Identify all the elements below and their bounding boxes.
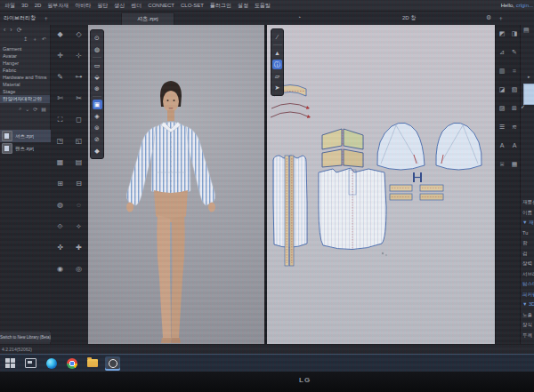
switch-new-library-button[interactable]: Switch to New Library (Beta) (0, 332, 51, 342)
file-explorer-button[interactable] (85, 356, 100, 371)
menu-settings[interactable]: 설정 (238, 2, 248, 10)
tool-icon[interactable]: ◩ (498, 28, 507, 38)
tool-icon[interactable]: ▨ (498, 103, 507, 113)
menu-production[interactable]: 생산 (114, 2, 125, 10)
property-row[interactable]: 퍼커링 (522, 292, 534, 302)
pattern-yoke-group[interactable] (322, 129, 363, 167)
tool-icon[interactable]: ⌗ (510, 66, 520, 76)
tool-icon[interactable]: ▥ (498, 66, 507, 76)
file-item-pants[interactable]: 팬츠.zprj (0, 142, 51, 155)
shirt-sleeve-right[interactable] (186, 126, 215, 205)
tool-icon[interactable]: ✎ (510, 47, 520, 57)
tool-icon[interactable]: ⊹ (73, 50, 85, 61)
tool-icon[interactable]: ◱ (73, 135, 85, 147)
account-greeting[interactable]: Hello, crlgin... (501, 3, 533, 8)
tool-icon[interactable]: ✚ (73, 242, 85, 253)
tool-icon[interactable]: ◉ (54, 263, 66, 275)
tool-icon[interactable]: ≋ (510, 122, 520, 132)
tool-icon[interactable]: ✂ (73, 92, 85, 104)
menu-clo-set[interactable]: CLO-SET (181, 3, 204, 8)
mesh-view-icon[interactable]: ⊜ (93, 123, 102, 132)
tool-icon[interactable]: ▤ (73, 156, 85, 168)
menu-avatar[interactable]: 아바타 (75, 2, 91, 10)
edge-app-button[interactable] (44, 356, 59, 371)
tool-icon[interactable]: ⊞ (54, 178, 66, 189)
tool-icon[interactable]: ◨ (510, 28, 520, 38)
render-style-icon[interactable]: ▣ (93, 100, 102, 109)
pen-tool-icon[interactable]: ∕ (272, 32, 282, 42)
tool-icon[interactable]: ◇ (73, 28, 85, 40)
library-folder-stage[interactable]: Stage (0, 88, 50, 95)
show-fabric-icon[interactable]: ▱ (272, 71, 282, 81)
library-folder-hanger[interactable]: Hanger (0, 60, 50, 67)
add-folder-icon[interactable]: ＋ (32, 36, 37, 44)
library-folder-material[interactable]: Material (0, 81, 50, 88)
show-pins-icon[interactable]: ⊛ (93, 84, 102, 93)
tool-icon[interactable]: ◆ (54, 28, 66, 40)
texture-view-icon[interactable]: ◈ (93, 111, 102, 121)
task-view-button[interactable] (23, 356, 38, 371)
gear-icon[interactable]: ⚙ (486, 14, 491, 21)
library-folder-fabric[interactable]: Fabric (0, 67, 50, 74)
pattern-sleeve-right[interactable] (436, 123, 481, 170)
tool-icon[interactable]: ⛶ (54, 114, 66, 125)
pattern-cuffs[interactable] (390, 185, 443, 200)
show-pattern-icon[interactable]: ▲ (272, 48, 282, 58)
tool-icon[interactable]: ✜ (54, 242, 66, 253)
tool-icon[interactable]: ▧ (510, 84, 520, 94)
tab-options-icon[interactable]: ◔ (297, 14, 301, 20)
file-item-shirt[interactable]: 셔츠.zprj (0, 130, 51, 142)
tool-icon[interactable]: ⟐ (54, 220, 66, 232)
menu-3d[interactable]: 3D (21, 3, 28, 8)
shirt-sleeve-left[interactable] (126, 126, 156, 205)
menu-2d[interactable]: 2D (35, 3, 42, 8)
tool-icon[interactable]: ▦ (510, 159, 520, 169)
menu-plugin[interactable]: 플러그인 (210, 2, 231, 10)
window-2d-label[interactable]: 2D 창 (402, 14, 416, 22)
start-button[interactable] (3, 356, 18, 371)
menu-trims[interactable]: 원부자재 (47, 2, 69, 10)
property-section[interactable]: ▼ 재봉선 (522, 220, 534, 230)
tool-icon[interactable]: ✛ (54, 50, 66, 61)
tool-icon[interactable]: ⊶ (73, 71, 85, 83)
library-folder-avatar[interactable]: Avatar (0, 52, 50, 60)
account-username[interactable]: crlgin... (516, 3, 533, 8)
tool-icon[interactable]: ⊞ (510, 103, 520, 113)
library-folder-trims[interactable]: Hardware and Trims (0, 74, 50, 81)
show-garment-icon[interactable]: ▭ (93, 60, 102, 70)
property-row[interactable]: 탑스티치 (522, 281, 534, 292)
menu-file[interactable]: 파일 (4, 2, 15, 10)
tool-icon[interactable]: ✄ (54, 92, 66, 104)
library-folder-garment[interactable]: Garment (0, 45, 50, 52)
upload-icon[interactable]: ↥ (23, 36, 28, 44)
menu-fabric[interactable]: 원단 (97, 2, 108, 10)
tool-icon[interactable]: ⊟ (73, 178, 85, 189)
show-avatar-icon[interactable]: ⊙ (93, 33, 102, 43)
viewport-3d[interactable]: ⊙ ◍ ▭ ⬙ ⊛ ▣ ◈ ⊜ ⊘ ◆ (88, 25, 264, 344)
text-tool-icon[interactable]: A (510, 140, 520, 150)
menu-help[interactable]: 도움말 (255, 2, 271, 10)
refresh-icon[interactable]: ⟳ (17, 27, 22, 34)
pattern-pieces-canvas[interactable] (267, 25, 495, 344)
grid-view-icon[interactable]: ▤ (523, 27, 534, 34)
search-icon[interactable]: ⌕ (19, 106, 21, 112)
refresh-icon[interactable]: ⟳ (33, 106, 37, 112)
tool-icon[interactable]: ⊿ (498, 47, 507, 57)
viewport-2d[interactable]: ∕ ▲ ⓘ ▱ ➤ (267, 25, 495, 344)
tool-icon[interactable]: ◪ (498, 84, 507, 94)
forward-icon[interactable]: › (10, 27, 12, 34)
expand-triangle-icon[interactable]: ▸ (528, 74, 530, 79)
library-folder-custom[interactable]: 한양여자대학교연 (0, 95, 50, 103)
avatar-3d-view[interactable] (88, 25, 264, 344)
tool-icon[interactable]: ✎ (54, 71, 66, 83)
clo3d-app-button[interactable] (105, 356, 120, 371)
plus-icon[interactable]: ＋ (498, 14, 504, 23)
chrome-app-button[interactable] (64, 356, 79, 371)
pattern-info-icon[interactable]: ⓘ (272, 60, 282, 69)
pattern-h-notch[interactable] (414, 172, 421, 182)
tool-icon[interactable]: ⌸ (498, 159, 507, 169)
tool-icon[interactable]: ◎ (73, 263, 85, 275)
tool-icon[interactable]: ◻ (73, 114, 85, 125)
menu-render[interactable]: 렌더 (131, 2, 142, 10)
pattern-collar-curve-2[interactable] (271, 112, 310, 117)
